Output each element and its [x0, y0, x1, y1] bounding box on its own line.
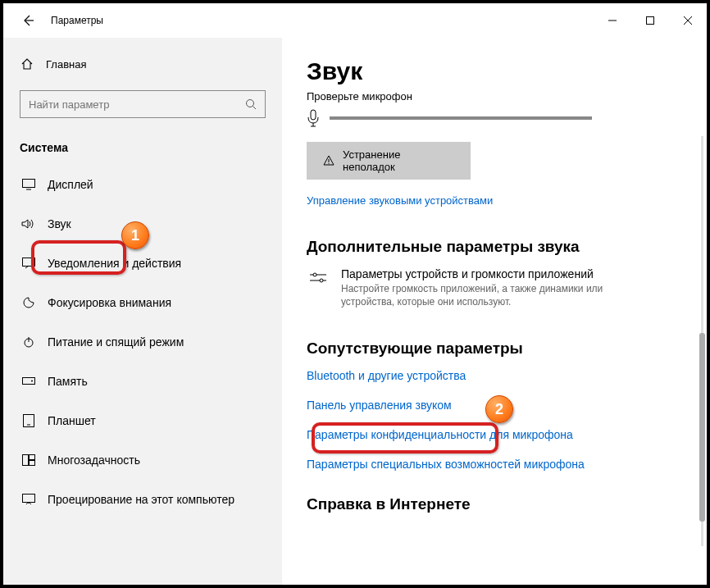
content-area: Звук Проверьте микрофон Устранение непол… — [282, 38, 707, 585]
back-button[interactable] — [20, 12, 36, 29]
notifications-icon — [21, 258, 36, 269]
annotation-badge-2: 2 — [485, 395, 513, 423]
mic-privacy-link[interactable]: Параметры конфиденциальности для микрофо… — [307, 428, 682, 441]
svg-point-4 — [247, 100, 254, 107]
nav-label: Планшет — [48, 414, 96, 427]
svg-rect-1 — [647, 17, 654, 25]
manage-devices-link[interactable]: Управление звуковыми устройствами — [307, 194, 493, 207]
nav-label: Память — [48, 375, 88, 388]
nav-label: Звук — [48, 217, 71, 230]
settings-window: Параметры Главная Система Дисплей — [0, 0, 710, 588]
sidebar-item-tablet[interactable]: Планшет — [20, 403, 266, 438]
app-vol-desc: Настройте громкость приложений, а также … — [341, 282, 620, 308]
page-title: Звук — [307, 57, 682, 85]
close-button[interactable] — [669, 7, 707, 34]
mic-level-bar — [330, 116, 592, 120]
nav-label: Питание и спящий режим — [48, 335, 184, 349]
home-icon — [20, 57, 34, 71]
nav-label: Фокусировка внимания — [48, 296, 171, 309]
sidebar-item-multitask[interactable]: Многозадачность — [20, 443, 266, 477]
home-link[interactable]: Главная — [20, 49, 266, 79]
sound-icon — [21, 218, 36, 230]
category-header: Система — [20, 141, 266, 154]
sidebar-item-notifications[interactable]: Уведомления и действия — [20, 246, 266, 280]
search-icon — [245, 98, 257, 110]
home-label: Главная — [46, 58, 86, 71]
svg-rect-19 — [311, 110, 316, 120]
project-icon — [21, 494, 36, 505]
sidebar-item-storage[interactable]: Память — [20, 364, 266, 399]
svg-rect-16 — [30, 455, 35, 460]
related-header: Сопутствующие параметры — [307, 340, 682, 358]
display-icon — [21, 179, 36, 190]
svg-rect-8 — [23, 258, 35, 267]
scrollbar-thumb[interactable] — [699, 333, 705, 522]
svg-line-5 — [253, 107, 257, 110]
minimize-button[interactable] — [594, 7, 631, 34]
warning-icon — [323, 155, 335, 166]
sidebar-item-power[interactable]: Питание и спящий режим — [20, 325, 266, 359]
svg-point-21 — [328, 163, 329, 164]
search-input[interactable] — [29, 98, 245, 111]
svg-rect-6 — [23, 180, 35, 188]
svg-rect-17 — [30, 461, 35, 466]
sidebar-item-focus[interactable]: Фокусировка внимания — [20, 285, 266, 320]
nav-label: Уведомления и действия — [48, 257, 181, 270]
focus-icon — [21, 296, 36, 309]
sidebar: Главная Система Дисплей Звук Уведомления… — [3, 38, 282, 585]
power-icon — [21, 335, 36, 349]
mic-icon — [307, 109, 320, 127]
maximize-button[interactable] — [631, 7, 669, 34]
svg-point-12 — [31, 381, 33, 382]
sliders-icon — [307, 267, 330, 290]
multitask-icon — [21, 454, 36, 466]
storage-icon — [21, 377, 36, 385]
bluetooth-link[interactable]: Bluetooth и другие устройства — [307, 369, 682, 382]
sidebar-item-display[interactable]: Дисплей — [20, 167, 266, 202]
nav-label: Дисплей — [48, 178, 93, 191]
nav-label: Многозадачность — [48, 454, 140, 467]
sidebar-item-projecting[interactable]: Проецирование на этот компьютер — [20, 482, 266, 517]
svg-point-25 — [320, 279, 323, 282]
search-box[interactable] — [20, 90, 266, 118]
advanced-header: Дополнительные параметры звука — [307, 238, 682, 256]
mic-ease-link[interactable]: Параметры специальных возможностей микро… — [307, 458, 682, 471]
svg-rect-15 — [23, 455, 29, 466]
app-volume-option[interactable]: Параметры устройств и громкости приложен… — [307, 267, 682, 308]
svg-rect-18 — [23, 495, 35, 503]
help-header: Справка в Интернете — [307, 495, 682, 513]
tablet-icon — [21, 414, 36, 427]
nav-label: Проецирование на этот компьютер — [48, 493, 234, 506]
test-mic-label: Проверьте микрофон — [307, 90, 682, 103]
troubleshoot-label: Устранение неполадок — [343, 148, 454, 173]
titlebar: Параметры — [3, 3, 707, 38]
window-controls — [594, 7, 707, 34]
svg-rect-11 — [23, 378, 35, 385]
app-vol-title: Параметры устройств и громкости приложен… — [341, 267, 620, 280]
troubleshoot-button[interactable]: Устранение неполадок — [307, 142, 471, 180]
annotation-badge-1: 1 — [121, 221, 149, 249]
window-title: Параметры — [51, 15, 103, 26]
svg-point-23 — [313, 273, 316, 276]
